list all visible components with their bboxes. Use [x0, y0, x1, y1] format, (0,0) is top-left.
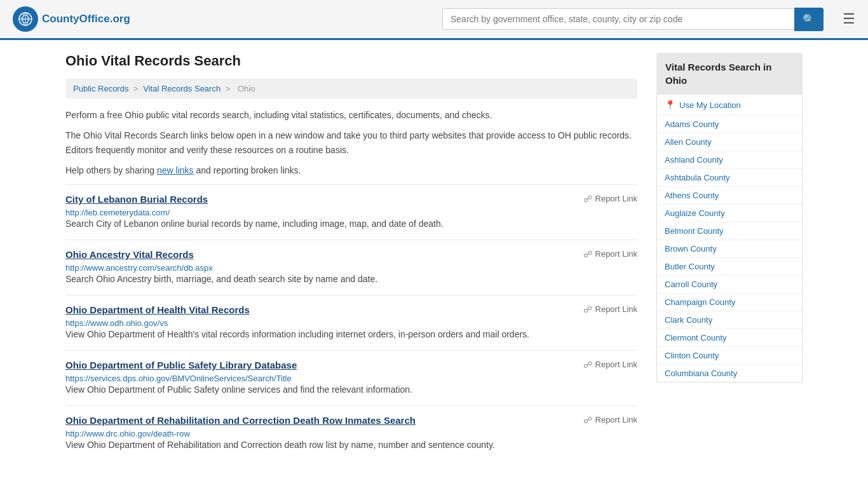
report-link-label-2: Report Link	[595, 304, 637, 314]
report-link-label-4: Report Link	[595, 415, 637, 424]
site-logo[interactable]: CountyOffice.org	[13, 6, 130, 32]
site-header: CountyOffice.org 🔍 ☰	[0, 0, 868, 40]
search-button[interactable]: 🔍	[794, 8, 824, 31]
results-list: City of Lebanon Burial Records ☍ Report …	[65, 184, 637, 461]
sidebar-county-brown-county[interactable]: Brown County	[657, 240, 802, 258]
desc-pre-text: Help others by sharing	[65, 165, 157, 175]
sidebar-title: Vital Records Search in Ohio	[656, 53, 803, 95]
report-link-label-3: Report Link	[595, 360, 637, 369]
sidebar-county-list: 📍 Use My Location Adams CountyAllen Coun…	[656, 95, 803, 383]
sidebar-county-clermont-county[interactable]: Clermont County	[657, 329, 802, 347]
result-item: Ohio Department of Rehabilitation and Co…	[65, 405, 637, 461]
result-item: Ohio Department of Health Vital Records …	[65, 295, 637, 350]
sidebar-county-butler-county[interactable]: Butler County	[657, 258, 802, 276]
description-section: Perform a free Ohio public vital records…	[65, 108, 637, 178]
sidebar-county-allen-county[interactable]: Allen County	[657, 133, 802, 151]
result-url-1[interactable]: http://www.ancestry.com/search/db.aspx	[65, 263, 213, 273]
result-title-4[interactable]: Ohio Department of Rehabilitation and Co…	[65, 415, 416, 426]
report-link-icon-2: ☍	[583, 304, 592, 315]
use-my-location-button[interactable]: 📍 Use My Location	[657, 95, 802, 116]
sidebar-county-clinton-county[interactable]: Clinton County	[657, 347, 802, 365]
sidebar-county-ashland-county[interactable]: Ashland County	[657, 151, 802, 169]
new-links-link[interactable]: new links	[157, 165, 194, 175]
county-list: Adams CountyAllen CountyAshland CountyAs…	[657, 116, 802, 382]
desc-para-3: Help others by sharing new links and rep…	[65, 163, 637, 177]
report-link-icon-0: ☍	[583, 194, 592, 204]
page-title: Ohio Vital Records Search	[65, 53, 637, 69]
report-link-button-0[interactable]: ☍ Report Link	[583, 194, 637, 204]
sidebar-county-columbiana-county[interactable]: Columbiana County	[657, 365, 802, 382]
result-title-1[interactable]: Ohio Ancestry Vital Records	[65, 249, 194, 260]
report-link-button-4[interactable]: ☍ Report Link	[583, 415, 637, 425]
result-title-0[interactable]: City of Lebanon Burial Records	[65, 194, 208, 205]
report-link-icon-1: ☍	[583, 249, 592, 259]
main-container: Ohio Vital Records Search Public Records…	[53, 40, 815, 473]
report-link-button-2[interactable]: ☍ Report Link	[583, 304, 637, 315]
content-area: Ohio Vital Records Search Public Records…	[65, 53, 637, 461]
breadcrumb-vital-records-search[interactable]: Vital Records Search	[143, 84, 220, 93]
result-url-4[interactable]: http://www.drc.ohio.gov/death-row	[65, 429, 190, 438]
result-title-3[interactable]: Ohio Department of Public Safety Library…	[65, 360, 297, 370]
search-icon: 🔍	[803, 14, 815, 25]
sidebar-county-athens-county[interactable]: Athens County	[657, 187, 802, 205]
desc-para-2: The Ohio Vital Records Search links belo…	[65, 128, 637, 157]
result-url-3[interactable]: https://services.dps.ohio.gov/BMVOnlineS…	[65, 374, 292, 383]
report-link-label-1: Report Link	[595, 249, 637, 259]
sidebar-county-auglaize-county[interactable]: Auglaize County	[657, 205, 802, 222]
result-title-2[interactable]: Ohio Department of Health Vital Records	[65, 304, 250, 315]
report-link-label-0: Report Link	[595, 194, 637, 203]
result-desc-3: View Ohio Department of Public Safety on…	[65, 383, 637, 396]
result-desc-1: Search Ohio Ancestry birth, marriage, an…	[65, 273, 637, 286]
result-item: Ohio Ancestry Vital Records ☍ Report Lin…	[65, 240, 637, 295]
report-link-button-1[interactable]: ☍ Report Link	[583, 249, 637, 259]
hamburger-icon: ☰	[843, 11, 855, 27]
result-desc-2: View Ohio Department of Health's vital r…	[65, 328, 637, 341]
breadcrumb-sep-2: >	[226, 84, 233, 93]
logo-icon	[13, 6, 38, 32]
desc-para-1: Perform a free Ohio public vital records…	[65, 108, 637, 122]
result-item: City of Lebanon Burial Records ☍ Report …	[65, 184, 637, 240]
use-my-location-label: Use My Location	[679, 100, 741, 110]
breadcrumb-ohio: Ohio	[238, 84, 255, 93]
report-link-icon-3: ☍	[583, 360, 592, 370]
result-url-2[interactable]: https://www.odh.ohio.gov/vs	[65, 318, 168, 328]
search-area: 🔍	[442, 8, 824, 31]
sidebar-county-belmont-county[interactable]: Belmont County	[657, 222, 802, 240]
result-desc-4: View Ohio Department of Rehabilitation a…	[65, 438, 637, 452]
sidebar-county-ashtabula-county[interactable]: Ashtabula County	[657, 169, 802, 187]
menu-button[interactable]: ☰	[843, 12, 855, 26]
breadcrumb: Public Records > Vital Records Search > …	[65, 79, 637, 98]
report-link-button-3[interactable]: ☍ Report Link	[583, 360, 637, 370]
sidebar-county-adams-county[interactable]: Adams County	[657, 116, 802, 133]
report-link-icon-4: ☍	[583, 415, 592, 425]
result-url-0[interactable]: http://leb.cemeterydata.com/	[65, 208, 170, 217]
sidebar-county-champaign-county[interactable]: Champaign County	[657, 294, 802, 311]
search-input[interactable]	[442, 8, 794, 30]
sidebar-county-clark-county[interactable]: Clark County	[657, 311, 802, 329]
sidebar-county-carroll-county[interactable]: Carroll County	[657, 276, 802, 294]
breadcrumb-public-records[interactable]: Public Records	[73, 84, 128, 93]
location-pin-icon: 📍	[665, 100, 675, 110]
breadcrumb-sep-1: >	[133, 84, 140, 93]
result-desc-0: Search City of Lebanon online burial rec…	[65, 217, 637, 231]
desc-post-text: and reporting broken links.	[194, 165, 301, 175]
result-item: Ohio Department of Public Safety Library…	[65, 350, 637, 405]
sidebar: Vital Records Search in Ohio 📍 Use My Lo…	[656, 53, 803, 461]
logo-text: CountyOffice.org	[42, 13, 130, 25]
